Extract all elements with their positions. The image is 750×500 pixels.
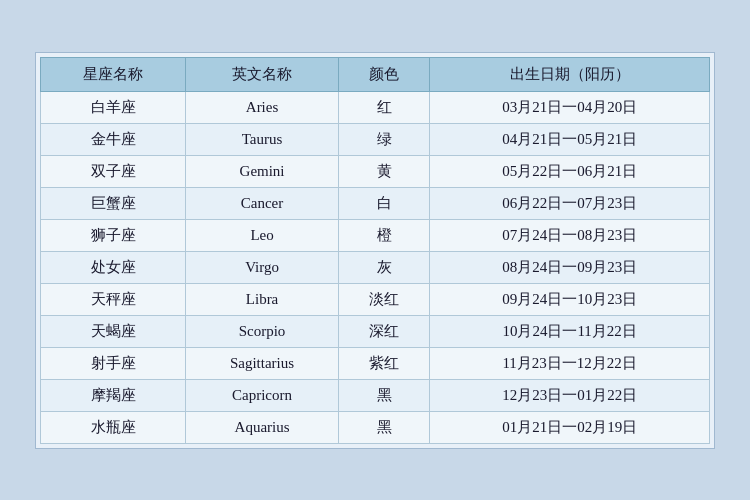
- table-header-row: 星座名称 英文名称 颜色 出生日期（阳历）: [41, 57, 710, 91]
- cell-dates: 01月21日一02月19日: [430, 411, 710, 443]
- cell-chinese-name: 处女座: [41, 251, 186, 283]
- cell-color: 红: [338, 91, 429, 123]
- cell-dates: 05月22日一06月21日: [430, 155, 710, 187]
- cell-chinese-name: 水瓶座: [41, 411, 186, 443]
- cell-english-name: Sagittarius: [186, 347, 339, 379]
- table-row: 巨蟹座Cancer白06月22日一07月23日: [41, 187, 710, 219]
- cell-english-name: Cancer: [186, 187, 339, 219]
- cell-english-name: Capricorn: [186, 379, 339, 411]
- cell-chinese-name: 金牛座: [41, 123, 186, 155]
- cell-chinese-name: 狮子座: [41, 219, 186, 251]
- table-row: 射手座Sagittarius紫红11月23日一12月22日: [41, 347, 710, 379]
- header-color: 颜色: [338, 57, 429, 91]
- table-row: 狮子座Leo橙07月24日一08月23日: [41, 219, 710, 251]
- header-english-name: 英文名称: [186, 57, 339, 91]
- cell-english-name: Gemini: [186, 155, 339, 187]
- cell-chinese-name: 射手座: [41, 347, 186, 379]
- cell-color: 黑: [338, 411, 429, 443]
- cell-chinese-name: 白羊座: [41, 91, 186, 123]
- table-row: 天蝎座Scorpio深红10月24日一11月22日: [41, 315, 710, 347]
- cell-dates: 09月24日一10月23日: [430, 283, 710, 315]
- cell-color: 橙: [338, 219, 429, 251]
- cell-dates: 06月22日一07月23日: [430, 187, 710, 219]
- zodiac-table: 星座名称 英文名称 颜色 出生日期（阳历） 白羊座Aries红03月21日一04…: [40, 57, 710, 444]
- cell-color: 淡红: [338, 283, 429, 315]
- table-row: 金牛座Taurus绿04月21日一05月21日: [41, 123, 710, 155]
- table-row: 双子座Gemini黄05月22日一06月21日: [41, 155, 710, 187]
- cell-english-name: Leo: [186, 219, 339, 251]
- cell-english-name: Aries: [186, 91, 339, 123]
- cell-english-name: Scorpio: [186, 315, 339, 347]
- table-row: 水瓶座Aquarius黑01月21日一02月19日: [41, 411, 710, 443]
- cell-color: 灰: [338, 251, 429, 283]
- cell-dates: 08月24日一09月23日: [430, 251, 710, 283]
- cell-color: 紫红: [338, 347, 429, 379]
- cell-dates: 07月24日一08月23日: [430, 219, 710, 251]
- cell-chinese-name: 天秤座: [41, 283, 186, 315]
- cell-dates: 10月24日一11月22日: [430, 315, 710, 347]
- table-row: 白羊座Aries红03月21日一04月20日: [41, 91, 710, 123]
- zodiac-table-container: 星座名称 英文名称 颜色 出生日期（阳历） 白羊座Aries红03月21日一04…: [35, 52, 715, 449]
- cell-dates: 03月21日一04月20日: [430, 91, 710, 123]
- cell-english-name: Libra: [186, 283, 339, 315]
- cell-chinese-name: 摩羯座: [41, 379, 186, 411]
- cell-english-name: Aquarius: [186, 411, 339, 443]
- cell-english-name: Virgo: [186, 251, 339, 283]
- table-row: 摩羯座Capricorn黑12月23日一01月22日: [41, 379, 710, 411]
- cell-english-name: Taurus: [186, 123, 339, 155]
- cell-color: 黄: [338, 155, 429, 187]
- cell-dates: 04月21日一05月21日: [430, 123, 710, 155]
- cell-chinese-name: 巨蟹座: [41, 187, 186, 219]
- header-chinese-name: 星座名称: [41, 57, 186, 91]
- cell-color: 深红: [338, 315, 429, 347]
- cell-color: 白: [338, 187, 429, 219]
- cell-dates: 12月23日一01月22日: [430, 379, 710, 411]
- cell-chinese-name: 天蝎座: [41, 315, 186, 347]
- header-dates: 出生日期（阳历）: [430, 57, 710, 91]
- table-row: 天秤座Libra淡红09月24日一10月23日: [41, 283, 710, 315]
- cell-color: 黑: [338, 379, 429, 411]
- table-row: 处女座Virgo灰08月24日一09月23日: [41, 251, 710, 283]
- cell-chinese-name: 双子座: [41, 155, 186, 187]
- table-body: 白羊座Aries红03月21日一04月20日金牛座Taurus绿04月21日一0…: [41, 91, 710, 443]
- cell-color: 绿: [338, 123, 429, 155]
- cell-dates: 11月23日一12月22日: [430, 347, 710, 379]
